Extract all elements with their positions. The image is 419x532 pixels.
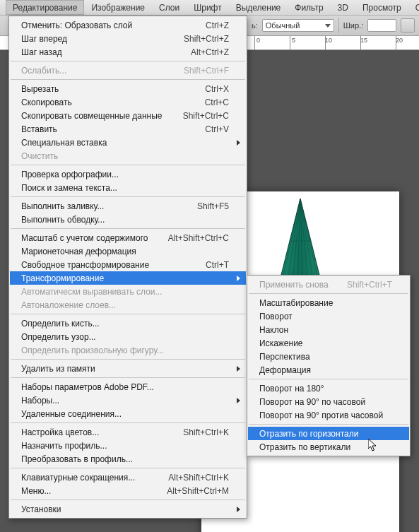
edit-item-7[interactable]: СкопироватьCtrl+C — [10, 95, 246, 109]
edit-item-shortcut: Alt+Shift+Ctrl+C — [168, 233, 229, 243]
edit-item-label: Удаленные соединения... — [21, 409, 122, 419]
transform-item-6[interactable]: Перспектива — [248, 350, 409, 363]
edit-item-shortcut: Shift+Ctrl+F — [184, 66, 229, 76]
edit-item-13[interactable]: Проверка орфографии... — [10, 167, 246, 181]
edit-item-33[interactable]: Наборы... — [10, 394, 246, 407]
edit-item-0[interactable]: Отменить: Образовать слойCtrl+Z — [10, 18, 246, 32]
submenu-arrow-icon — [237, 507, 240, 512]
ruler-tick-0: 0 — [256, 37, 260, 44]
edit-item-shortcut: Ctrl+Z — [206, 20, 229, 30]
edit-item-shortcut: Ctrl+V — [205, 124, 229, 134]
edit-item-19[interactable]: Масштаб с учетом содержимогоAlt+Shift+Ct… — [10, 231, 246, 244]
edit-item-23: Автоматически выравнивать слои... — [10, 285, 246, 298]
blend-mode-select[interactable]: Обычный — [262, 19, 334, 32]
menu-filter[interactable]: Фильтр — [288, 0, 330, 15]
edit-item-10[interactable]: Специальная вставка — [10, 136, 246, 149]
menu-3d[interactable]: 3D — [331, 0, 355, 15]
transform-item-label: Перспектива — [259, 352, 310, 362]
edit-item-shortcut: Alt+Shift+Ctrl+K — [168, 473, 229, 483]
edit-item-14[interactable]: Поиск и замена текста... — [10, 181, 246, 194]
menu-select[interactable]: Выделение — [229, 0, 288, 15]
edit-item-label: Наборы параметров Adobe PDF... — [21, 382, 154, 392]
edit-item-label: Шаг вперед — [21, 34, 67, 44]
edit-item-label: Наборы... — [21, 396, 59, 406]
transform-item-13[interactable]: Отразить по горизонтали — [248, 427, 409, 440]
edit-separator — [11, 468, 245, 468]
edit-separator — [11, 500, 245, 500]
options-divider — [338, 18, 339, 33]
menu-type[interactable]: Шрифт — [187, 0, 228, 15]
submenu-arrow-icon — [237, 398, 240, 403]
edit-item-label: Скопировать — [21, 97, 72, 107]
edit-separator — [11, 359, 245, 360]
edit-item-label: Назначить профиль... — [21, 441, 107, 451]
edit-item-37[interactable]: Назначить профиль... — [10, 439, 246, 452]
width-input[interactable] — [367, 19, 396, 32]
edit-item-27[interactable]: Определить узор... — [10, 330, 246, 343]
transform-item-0: Применить сноваShift+Ctrl+T — [248, 278, 409, 291]
edit-item-label: Автоматически выравнивать слои... — [21, 287, 163, 297]
edit-item-30[interactable]: Удалить из памяти — [10, 362, 246, 375]
transform-item-11[interactable]: Поворот на 90° против часовой — [248, 408, 409, 422]
transform-item-7[interactable]: Деформация — [248, 363, 409, 377]
transform-item-2[interactable]: Масштабирование — [248, 296, 409, 309]
transform-item-label: Поворот — [259, 312, 293, 321]
edit-item-1[interactable]: Шаг впередShift+Ctrl+Z — [10, 32, 246, 45]
edit-item-shortcut: Ctrl+X — [205, 84, 229, 94]
edit-item-17[interactable]: Выполнить обводку... — [10, 213, 246, 226]
chevron-down-icon — [325, 24, 331, 28]
edit-separator — [11, 196, 245, 197]
transform-item-10[interactable]: Поворот на 90° по часовой — [248, 395, 409, 408]
transform-item-9[interactable]: Поворот на 180° — [248, 382, 409, 395]
edit-item-8[interactable]: Скопировать совмещенные данныеShift+Ctrl… — [10, 109, 246, 122]
transform-item-label: Деформация — [259, 365, 311, 375]
edit-item-22[interactable]: Трансформирование — [10, 271, 246, 285]
edit-item-34[interactable]: Удаленные соединения... — [10, 407, 246, 420]
transform-item-label: Поворот на 90° против часовой — [259, 410, 383, 420]
menu-edit[interactable]: Редактирование — [6, 0, 84, 15]
edit-item-shortcut: Shift+Ctrl+K — [183, 427, 229, 437]
edit-item-32[interactable]: Наборы параметров Adobe PDF... — [10, 380, 246, 394]
menu-layers[interactable]: Слои — [152, 0, 187, 15]
edit-item-9[interactable]: ВставитьCtrl+V — [10, 122, 246, 136]
edit-item-40[interactable]: Клавиатурные сокращения...Alt+Shift+Ctrl… — [10, 471, 246, 484]
edit-item-16[interactable]: Выполнить заливку...Shift+F5 — [10, 199, 246, 213]
edit-separator — [11, 228, 245, 229]
submenu-arrow-icon — [237, 276, 240, 281]
edit-item-label: Проверка орфографии... — [21, 170, 119, 179]
edit-item-36[interactable]: Настройка цветов...Shift+Ctrl+K — [10, 425, 246, 439]
edit-item-shortcut: Alt+Ctrl+Z — [191, 47, 229, 57]
edit-item-shortcut: Shift+Ctrl+Z — [184, 34, 229, 44]
edit-item-6[interactable]: ВырезатьCtrl+X — [10, 82, 246, 95]
menu-image[interactable]: Изображение — [84, 0, 152, 15]
edit-item-41[interactable]: Меню...Alt+Shift+Ctrl+M — [10, 484, 246, 497]
transform-item-4[interactable]: Наклон — [248, 323, 409, 336]
transform-item-label: Поворот на 180° — [259, 384, 324, 394]
edit-separator — [11, 377, 245, 378]
menu-window[interactable]: Окно — [408, 0, 419, 15]
transform-submenu: Применить сноваShift+Ctrl+TМасштабирован… — [247, 275, 411, 456]
transform-item-label: Масштабирование — [259, 298, 333, 308]
submenu-arrow-icon — [237, 366, 240, 372]
edit-item-2[interactable]: Шаг назадAlt+Ctrl+Z — [10, 45, 246, 59]
edit-item-label: Вырезать — [21, 84, 59, 94]
transform-item-label: Поворот на 90° по часовой — [259, 397, 365, 407]
edit-item-label: Выполнить обводку... — [21, 215, 105, 225]
edit-item-26[interactable]: Определить кисть... — [10, 317, 246, 330]
transform-item-3[interactable]: Поворот — [248, 309, 409, 323]
edit-item-21[interactable]: Свободное трансформированиеCtrl+T — [10, 258, 246, 271]
edit-item-24: Автоналожение слоев... — [10, 298, 246, 312]
menu-view[interactable]: Просмотр — [355, 0, 408, 15]
transform-item-5[interactable]: Искажение — [248, 336, 409, 350]
edit-item-43[interactable]: Установки — [10, 502, 246, 516]
edit-separator — [11, 79, 245, 80]
transform-item-label: Отразить по вертикали — [259, 442, 350, 452]
transform-item-14[interactable]: Отразить по вертикали — [248, 440, 409, 454]
edit-item-38[interactable]: Преобразовать в профиль... — [10, 452, 246, 466]
edit-item-20[interactable]: Марионеточная деформация — [10, 244, 246, 258]
edit-item-shortcut: Ctrl+T — [206, 260, 229, 270]
options-button[interactable] — [401, 18, 415, 32]
edit-item-label: Определить узор... — [21, 332, 96, 342]
edit-item-label: Скопировать совмещенные данные — [21, 111, 163, 121]
edit-item-label: Специальная вставка — [21, 138, 107, 148]
